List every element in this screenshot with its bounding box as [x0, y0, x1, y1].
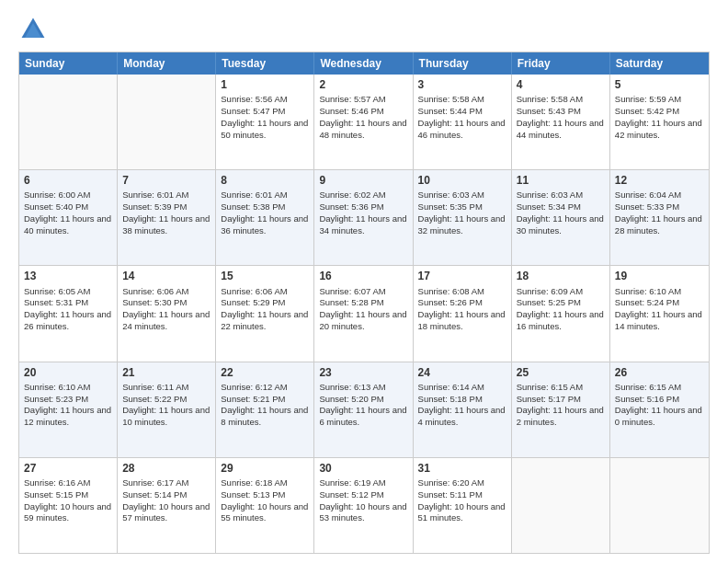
sunrise-text: Sunrise: 6:12 AM [221, 382, 287, 392]
sunrise-text: Sunrise: 6:06 AM [221, 286, 287, 296]
calendar-cell-r3-c1: 21Sunrise: 6:11 AMSunset: 5:22 PMDayligh… [118, 362, 216, 457]
sunset-text: Sunset: 5:26 PM [418, 297, 483, 307]
calendar-cell-r0-c2: 1Sunrise: 5:56 AMSunset: 5:47 PMDaylight… [216, 75, 314, 169]
logo-icon [18, 15, 48, 44]
day-number: 22 [221, 365, 309, 380]
sunrise-text: Sunrise: 6:11 AM [122, 382, 188, 392]
calendar-cell-r4-c6 [610, 458, 709, 553]
calendar-cell-r1-c2: 8Sunrise: 6:01 AMSunset: 5:38 PMDaylight… [216, 170, 314, 265]
daylight-text: Daylight: 11 hours and 34 minutes. [319, 213, 406, 236]
calendar-cell-r2-c4: 17Sunrise: 6:08 AMSunset: 5:26 PMDayligh… [414, 266, 512, 361]
daylight-text: Daylight: 11 hours and 2 minutes. [517, 405, 604, 427]
daylight-text: Daylight: 11 hours and 8 minutes. [221, 405, 308, 427]
daylight-text: Daylight: 11 hours and 16 minutes. [517, 309, 604, 331]
calendar-cell-r1-c5: 11Sunrise: 6:03 AMSunset: 5:34 PMDayligh… [512, 170, 610, 265]
sunrise-text: Sunrise: 5:58 AM [418, 94, 484, 104]
daylight-text: Daylight: 10 hours and 55 minutes. [221, 501, 308, 523]
sunrise-text: Sunrise: 6:14 AM [418, 382, 484, 392]
day-number: 21 [122, 365, 210, 380]
day-number: 26 [615, 365, 704, 380]
sunset-text: Sunset: 5:35 PM [418, 201, 483, 212]
daylight-text: Daylight: 11 hours and 46 minutes. [418, 118, 506, 140]
daylight-text: Daylight: 11 hours and 4 minutes. [418, 405, 506, 427]
day-number: 9 [319, 173, 407, 188]
day-number: 19 [615, 269, 704, 283]
sunrise-text: Sunrise: 6:01 AM [122, 190, 188, 200]
daylight-text: Daylight: 11 hours and 24 minutes. [122, 309, 210, 331]
day-number: 27 [24, 461, 112, 476]
calendar-cell-r1-c0: 6Sunrise: 6:00 AMSunset: 5:40 PMDaylight… [19, 170, 118, 265]
calendar-cell-r0-c0 [19, 75, 118, 169]
sunrise-text: Sunrise: 6:18 AM [221, 477, 287, 488]
header-day-sunday: Sunday [19, 52, 118, 75]
sunset-text: Sunset: 5:22 PM [122, 394, 187, 404]
sunrise-text: Sunrise: 6:00 AM [24, 190, 90, 200]
sunset-text: Sunset: 5:11 PM [418, 489, 483, 500]
calendar-cell-r4-c4: 31Sunrise: 6:20 AMSunset: 5:11 PMDayligh… [414, 458, 512, 553]
daylight-text: Daylight: 11 hours and 10 minutes. [122, 405, 210, 427]
sunrise-text: Sunrise: 6:17 AM [122, 477, 188, 488]
day-number: 25 [517, 365, 605, 380]
sunset-text: Sunset: 5:42 PM [615, 106, 679, 116]
calendar-cell-r4-c3: 30Sunrise: 6:19 AMSunset: 5:12 PMDayligh… [314, 458, 413, 553]
daylight-text: Daylight: 10 hours and 51 minutes. [418, 501, 506, 523]
day-number: 5 [615, 77, 704, 92]
sunrise-text: Sunrise: 6:08 AM [418, 286, 484, 296]
calendar-cell-r3-c5: 25Sunrise: 6:15 AMSunset: 5:17 PMDayligh… [512, 362, 610, 457]
sunset-text: Sunset: 5:31 PM [24, 297, 88, 307]
sunset-text: Sunset: 5:23 PM [24, 394, 88, 404]
sunset-text: Sunset: 5:44 PM [418, 106, 483, 116]
daylight-text: Daylight: 11 hours and 44 minutes. [517, 118, 604, 140]
day-number: 18 [517, 269, 605, 283]
daylight-text: Daylight: 10 hours and 57 minutes. [122, 501, 210, 523]
sunrise-text: Sunrise: 5:56 AM [221, 94, 287, 104]
sunrise-text: Sunrise: 6:19 AM [319, 477, 385, 488]
sunset-text: Sunset: 5:46 PM [319, 106, 383, 116]
calendar-cell-r1-c3: 9Sunrise: 6:02 AMSunset: 5:36 PMDaylight… [314, 170, 413, 265]
calendar-cell-r2-c0: 13Sunrise: 6:05 AMSunset: 5:31 PMDayligh… [19, 266, 118, 361]
calendar-cell-r2-c2: 15Sunrise: 6:06 AMSunset: 5:29 PMDayligh… [216, 266, 314, 361]
sunset-text: Sunset: 5:43 PM [517, 106, 581, 116]
calendar-cell-r0-c5: 4Sunrise: 5:58 AMSunset: 5:43 PMDaylight… [512, 75, 610, 169]
sunset-text: Sunset: 5:25 PM [517, 297, 581, 307]
calendar-cell-r0-c4: 3Sunrise: 5:58 AMSunset: 5:44 PMDaylight… [414, 75, 512, 169]
sunrise-text: Sunrise: 5:59 AM [615, 94, 681, 104]
sunset-text: Sunset: 5:28 PM [319, 297, 383, 307]
daylight-text: Daylight: 11 hours and 0 minutes. [615, 405, 702, 427]
day-number: 6 [24, 173, 112, 188]
day-number: 30 [319, 461, 407, 476]
day-number: 17 [418, 269, 506, 283]
day-number: 15 [221, 269, 309, 283]
daylight-text: Daylight: 10 hours and 53 minutes. [319, 501, 406, 523]
day-number: 1 [221, 77, 309, 92]
sunrise-text: Sunrise: 6:16 AM [24, 477, 90, 488]
sunset-text: Sunset: 5:39 PM [122, 201, 187, 212]
daylight-text: Daylight: 11 hours and 18 minutes. [418, 309, 506, 331]
sunset-text: Sunset: 5:18 PM [418, 394, 483, 404]
calendar-cell-r0-c3: 2Sunrise: 5:57 AMSunset: 5:46 PMDaylight… [314, 75, 413, 169]
daylight-text: Daylight: 11 hours and 12 minutes. [24, 405, 111, 427]
sunset-text: Sunset: 5:33 PM [615, 201, 679, 212]
day-number: 14 [122, 269, 210, 283]
calendar-cell-r3-c6: 26Sunrise: 6:15 AMSunset: 5:16 PMDayligh… [610, 362, 709, 457]
header-day-saturday: Saturday [610, 52, 709, 75]
page: SundayMondayTuesdayWednesdayThursdayFrid… [0, 0, 728, 563]
day-number: 31 [418, 461, 506, 476]
sunset-text: Sunset: 5:40 PM [24, 201, 88, 212]
sunrise-text: Sunrise: 6:09 AM [517, 286, 583, 296]
daylight-text: Daylight: 11 hours and 30 minutes. [517, 213, 604, 236]
daylight-text: Daylight: 11 hours and 28 minutes. [615, 213, 702, 236]
daylight-text: Daylight: 11 hours and 40 minutes. [24, 213, 111, 236]
sunrise-text: Sunrise: 6:01 AM [221, 190, 287, 200]
sunset-text: Sunset: 5:14 PM [122, 489, 187, 500]
day-number: 28 [122, 461, 210, 476]
sunrise-text: Sunrise: 6:02 AM [319, 190, 385, 200]
calendar-cell-r2-c5: 18Sunrise: 6:09 AMSunset: 5:25 PMDayligh… [512, 266, 610, 361]
calendar-cell-r2-c6: 19Sunrise: 6:10 AMSunset: 5:24 PMDayligh… [610, 266, 709, 361]
calendar-header: SundayMondayTuesdayWednesdayThursdayFrid… [19, 52, 709, 75]
sunrise-text: Sunrise: 6:07 AM [319, 286, 385, 296]
calendar-cell-r0-c1 [118, 75, 216, 169]
daylight-text: Daylight: 11 hours and 6 minutes. [319, 405, 406, 427]
daylight-text: Daylight: 11 hours and 32 minutes. [418, 213, 506, 236]
calendar-cell-r1-c6: 12Sunrise: 6:04 AMSunset: 5:33 PMDayligh… [610, 170, 709, 265]
